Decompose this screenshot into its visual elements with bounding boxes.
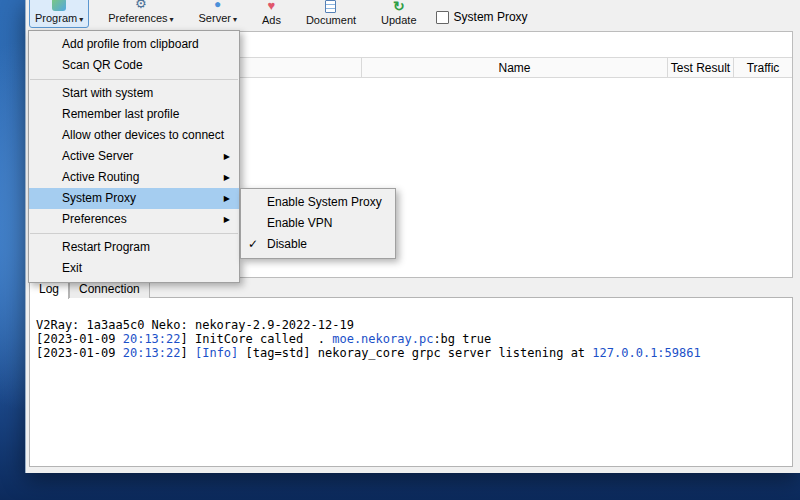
submenu-arrow-icon: ▶ [224,167,230,188]
log-line: [2023-01-09 20:13:22] InitCore called . … [36,332,786,346]
menu-item-remember-last-profile[interactable]: Remember last profile [29,104,239,125]
server-button[interactable]: ● Server▾ [193,0,243,28]
chevron-down-icon: ▾ [233,15,237,24]
menu-item-disable[interactable]: ✓Disable [241,234,395,255]
program-icon [52,0,66,11]
update-button[interactable]: ↻ Update [375,0,422,28]
menu-item-active-routing[interactable]: Active Routing▶ [29,167,239,188]
table-header-traffic[interactable]: Traffic [734,58,792,77]
document-icon [325,0,336,13]
refresh-icon: ↻ [393,0,405,13]
desktop-wallpaper: Program▾ ⚙ Preferences▾ ● Server▾ ♥ Ads … [0,0,800,500]
preferences-button[interactable]: ⚙ Preferences▾ [102,0,179,28]
server-button-label: Server [199,12,231,24]
ads-button[interactable]: ♥ Ads [256,0,287,28]
log-output[interactable]: V2Ray: 1a3aa5c0 Neko: nekoray-2.9-2022-1… [29,297,793,467]
menu-separator [30,233,238,234]
log-link[interactable]: moe.nekoray.pc [332,332,433,346]
document-button-label: Document [306,14,356,26]
document-button[interactable]: Document [300,0,362,28]
menu-item-preferences[interactable]: Preferences▶ [29,209,239,230]
preferences-button-label: Preferences [108,12,167,24]
menu-item-scan-qr-code[interactable]: Scan QR Code [29,55,239,76]
menu-separator [30,79,238,80]
submenu-arrow-icon: ▶ [224,188,230,209]
log-line: V2Ray: 1a3aa5c0 Neko: nekoray-2.9-2022-1… [36,318,786,332]
menu-item-restart-program[interactable]: Restart Program [29,237,239,258]
checkmark-icon: ✓ [248,234,258,255]
menu-item-start-with-system[interactable]: Start with system [29,83,239,104]
menu-item-enable-vpn[interactable]: Enable VPN [241,213,395,234]
server-icon: ● [214,0,221,11]
heart-icon: ♥ [268,0,276,13]
menu-item-enable-system-proxy[interactable]: Enable System Proxy [241,192,395,213]
program-menu: Add profile from clipboard Scan QR Code … [28,30,240,283]
program-button-label: Program [35,12,77,24]
toolbar: Program▾ ⚙ Preferences▾ ● Server▾ ♥ Ads … [26,0,800,30]
system-proxy-label: System Proxy [454,10,528,24]
system-proxy-checkbox[interactable] [436,11,449,24]
system-proxy-submenu: Enable System Proxy Enable VPN ✓Disable [240,188,396,259]
update-button-label: Update [381,14,416,26]
table-header-test-result[interactable]: Test Result [668,58,734,77]
menu-item-exit[interactable]: Exit [29,258,239,279]
chevron-down-icon: ▾ [79,15,83,24]
program-button[interactable]: Program▾ [29,0,89,28]
gear-icon: ⚙ [135,0,147,11]
submenu-arrow-icon: ▶ [224,209,230,230]
log-line: [2023-01-09 20:13:22] [Info] [tag=std] n… [36,346,786,360]
menu-item-add-profile-from-clipboard[interactable]: Add profile from clipboard [29,34,239,55]
menu-item-active-server[interactable]: Active Server▶ [29,146,239,167]
table-header-name[interactable]: Name [362,58,668,77]
menu-item-allow-other-devices[interactable]: Allow other devices to connect [29,125,239,146]
chevron-down-icon: ▾ [170,15,174,24]
system-proxy-toggle[interactable]: System Proxy [436,10,528,24]
ads-button-label: Ads [262,14,281,26]
submenu-arrow-icon: ▶ [224,146,230,167]
menu-item-system-proxy[interactable]: System Proxy▶ [29,188,239,209]
